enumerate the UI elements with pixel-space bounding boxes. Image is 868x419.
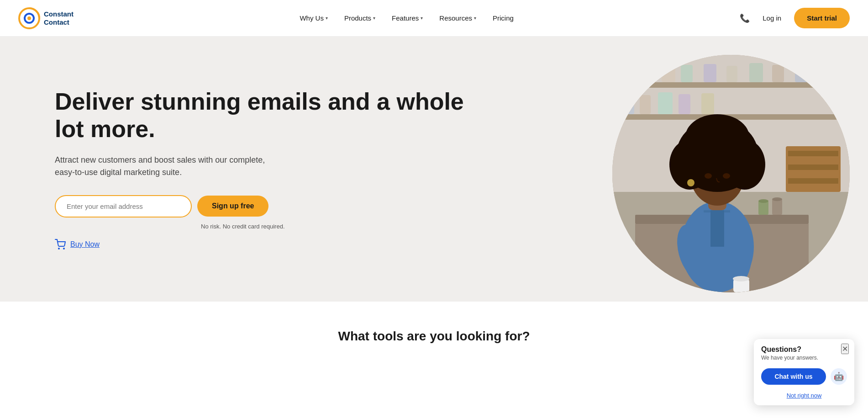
svg-point-4 <box>63 248 64 249</box>
below-hero-title: What tools are you looking for? <box>18 329 850 344</box>
svg-point-2 <box>27 16 31 20</box>
nav-item-products[interactable]: Products ▾ <box>338 11 382 26</box>
svg-rect-17 <box>795 64 808 82</box>
svg-rect-45 <box>704 210 712 212</box>
svg-rect-13 <box>704 64 716 82</box>
buy-now-label: Buy Now <box>70 240 100 249</box>
hero-content: Deliver stunning emails and a whole lot … <box>55 88 482 250</box>
chevron-down-icon: ▾ <box>421 16 423 21</box>
svg-point-37 <box>685 114 749 160</box>
nav-links: Why Us ▾ Products ▾ Features ▾ Resources… <box>293 11 520 26</box>
svg-rect-14 <box>726 66 737 82</box>
nav-right: 📞 Log in Start trial <box>740 8 850 28</box>
chevron-down-icon: ▾ <box>326 16 328 21</box>
svg-rect-9 <box>626 64 639 82</box>
hero-section: Deliver stunning emails and a whole lot … <box>0 37 868 302</box>
start-trial-button[interactable]: Start trial <box>794 8 850 28</box>
svg-rect-21 <box>658 92 673 114</box>
brand-name: Constant Contact <box>44 10 74 27</box>
logo-icon <box>18 7 40 29</box>
chevron-down-icon: ▾ <box>373 16 375 21</box>
svg-rect-27 <box>788 178 838 184</box>
phone-icon[interactable]: 📞 <box>740 13 750 23</box>
svg-point-38 <box>705 173 712 179</box>
no-risk-text: No risk. No credit card required. <box>201 223 482 230</box>
svg-point-40 <box>687 179 694 186</box>
login-link[interactable]: Log in <box>757 11 787 26</box>
svg-rect-23 <box>701 93 714 114</box>
chat-close-button[interactable]: ✕ <box>841 344 849 354</box>
hero-image-area <box>416 37 868 302</box>
svg-point-39 <box>723 173 730 179</box>
svg-rect-20 <box>640 95 651 114</box>
nav-item-pricing[interactable]: Pricing <box>486 11 520 26</box>
chevron-down-icon: ▾ <box>474 16 476 21</box>
email-input[interactable] <box>55 195 192 217</box>
svg-rect-44 <box>710 210 724 247</box>
svg-point-43 <box>733 276 749 281</box>
svg-rect-49 <box>772 199 782 215</box>
nav-item-features[interactable]: Features ▾ <box>385 11 429 26</box>
cart-icon <box>55 239 66 250</box>
chat-subtitle: We have your answers. <box>761 355 847 361</box>
hero-headline: Deliver stunning emails and a whole lot … <box>55 88 482 143</box>
svg-rect-10 <box>644 66 655 82</box>
svg-point-3 <box>58 248 59 249</box>
svg-rect-19 <box>621 94 634 114</box>
svg-rect-16 <box>772 65 784 82</box>
svg-rect-48 <box>758 201 768 215</box>
svg-rect-12 <box>681 65 693 82</box>
hero-circle-image <box>612 55 850 292</box>
svg-rect-26 <box>788 164 838 170</box>
chat-widget: ✕ Questions? We have your answers. Chat … <box>754 339 854 362</box>
nav-item-resources[interactable]: Resources ▾ <box>433 11 483 26</box>
nav-item-why-us[interactable]: Why Us ▾ <box>293 11 334 26</box>
svg-rect-25 <box>788 151 838 156</box>
hero-subtext: Attract new customers and boost sales wi… <box>55 154 274 179</box>
signup-button[interactable]: Sign up free <box>197 196 268 217</box>
svg-rect-22 <box>679 94 690 114</box>
logo[interactable]: Constant Contact <box>18 7 74 29</box>
svg-rect-18 <box>818 66 829 82</box>
svg-rect-46 <box>722 210 730 212</box>
svg-point-50 <box>758 199 768 203</box>
svg-rect-7 <box>612 82 850 88</box>
svg-point-51 <box>772 197 782 201</box>
svg-rect-11 <box>662 63 675 82</box>
navbar: Constant Contact Why Us ▾ Products ▾ Fea… <box>0 0 868 37</box>
hero-illustration <box>612 55 850 292</box>
buy-now-link[interactable]: Buy Now <box>55 239 482 250</box>
chat-questions-title: Questions? <box>761 345 847 354</box>
email-form: Sign up free <box>55 195 482 217</box>
svg-rect-15 <box>749 63 763 82</box>
below-hero-section: What tools are you looking for? <box>0 302 868 362</box>
chat-header: ✕ Questions? We have your answers. <box>754 339 854 362</box>
